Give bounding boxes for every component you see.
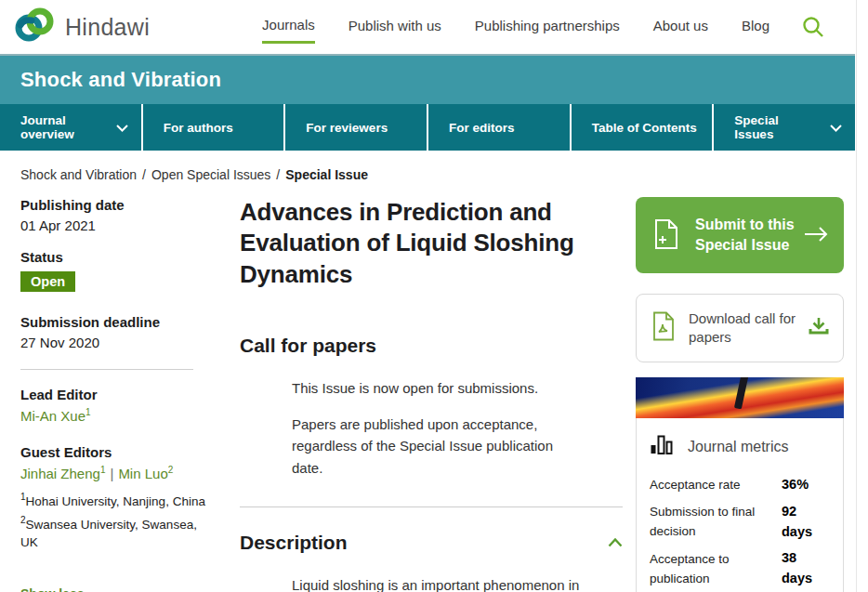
chevron-down-icon (116, 121, 128, 135)
guest-editor-link[interactable]: Min Luo2 (118, 466, 173, 481)
editor-separator: | (110, 466, 113, 481)
search-icon[interactable] (801, 15, 825, 39)
top-nav: Journals Publish with us Publishing part… (262, 11, 769, 44)
tab-for-reviewers[interactable]: For reviewers (285, 104, 428, 151)
description-paragraph: Liquid sloshing is an important phenomen… (292, 574, 587, 592)
tab-for-editors[interactable]: For editors (428, 104, 572, 151)
publishing-date-label: Publishing date (20, 197, 214, 213)
scrollbar-track[interactable] (856, 0, 868, 592)
nav-journals[interactable]: Journals (262, 11, 315, 44)
nav-publish-with-us[interactable]: Publish with us (349, 12, 441, 42)
submit-button-label: Submit to this Special Issue (695, 215, 797, 255)
publishing-date-value: 01 Apr 2021 (20, 217, 214, 233)
call-for-papers-heading: Call for papers (240, 335, 623, 357)
breadcrumb-open-special-issues[interactable]: Open Special Issues (151, 167, 270, 182)
download-label: Download call for papers (689, 309, 802, 348)
issue-meta-sidebar: Publishing date 01 Apr 2021 Status Open … (20, 197, 214, 592)
journal-tabbar: Journal overview For authors For reviewe… (0, 104, 855, 151)
arrow-right-icon (803, 226, 829, 245)
nav-about-us[interactable]: About us (653, 12, 708, 42)
tab-for-authors[interactable]: For authors (143, 104, 286, 151)
show-less-link[interactable]: Show less (20, 586, 84, 592)
status-label: Status (20, 249, 214, 265)
call-for-papers-paragraph: Papers are published upon acceptance, re… (292, 414, 587, 479)
submit-button[interactable]: Submit to this Special Issue (636, 197, 844, 273)
tab-journal-overview[interactable]: Journal overview (0, 104, 143, 151)
description-heading: Description (240, 532, 348, 554)
breadcrumb-separator: / (142, 167, 146, 182)
breadcrumb: Shock and Vibration/Open Special Issues/… (20, 167, 835, 182)
nav-publishing-partnerships[interactable]: Publishing partnerships (475, 12, 620, 42)
guest-editors-label: Guest Editors (20, 444, 214, 460)
deadline-label: Submission deadline (20, 314, 214, 330)
hindawi-rings-icon (13, 7, 56, 47)
tab-special-issues[interactable]: Special Issues (714, 104, 855, 151)
lead-editor-label: Lead Editor (20, 387, 214, 402)
breadcrumb-separator: / (276, 167, 280, 182)
chevron-up-icon[interactable] (608, 534, 623, 551)
guest-editor-link[interactable]: Jinhai Zheng1 (20, 466, 105, 481)
content: Publishing date 01 Apr 2021 Status Open … (0, 197, 855, 592)
download-icon (808, 315, 830, 341)
journal-cover-image (636, 377, 844, 418)
metric-row: Acceptance rate 36% (650, 475, 830, 495)
description-section-toggle[interactable]: Description (240, 532, 623, 554)
status-badge: Open (20, 271, 75, 292)
tab-table-of-contents[interactable]: Table of Contents (572, 104, 715, 151)
deadline-value: 27 Nov 2020 (20, 335, 214, 350)
nav-blog[interactable]: Blog (742, 12, 769, 42)
journal-banner: Shock and Vibration (0, 56, 855, 104)
affiliation: 1Hohai University, Nanjing, China (20, 491, 214, 510)
divider (20, 369, 193, 370)
metric-row: Acceptance to publication 38 days (650, 548, 830, 589)
journal-metrics-panel: Journal metrics Acceptance rate 36% Subm… (636, 377, 844, 592)
special-issue-main: Advances in Prediction and Evaluation of… (240, 197, 623, 592)
brand-name: Hindawi (65, 14, 150, 41)
lead-editor-link[interactable]: Mi-An Xue1 (20, 408, 91, 424)
download-call-for-papers[interactable]: Download call for papers (636, 294, 844, 362)
breadcrumb-journal[interactable]: Shock and Vibration (20, 167, 137, 182)
affiliation: 2Swansea University, Swansea, UK (20, 514, 214, 552)
pdf-file-icon (651, 311, 676, 345)
divider (240, 506, 623, 507)
call-for-papers-paragraph: This Issue is now open for submissions. (292, 377, 587, 399)
journal-metrics-heading: Journal metrics (688, 439, 788, 455)
hindawi-logo[interactable]: Hindawi (13, 7, 150, 47)
action-sidebar: Submit to this Special Issue Download ca… (636, 197, 844, 592)
page-title: Advances in Prediction and Evaluation of… (240, 197, 623, 290)
journal-title: Shock and Vibration (20, 68, 221, 92)
page: Hindawi Journals Publish with us Publish… (0, 0, 855, 592)
site-header: Hindawi Journals Publish with us Publish… (0, 0, 855, 56)
bar-chart-icon (650, 433, 673, 460)
chevron-down-icon (830, 121, 842, 135)
document-plus-icon (652, 218, 680, 253)
breadcrumb-current: Special Issue (285, 167, 368, 182)
metric-row: Submission to final decision 92 days (650, 502, 830, 543)
